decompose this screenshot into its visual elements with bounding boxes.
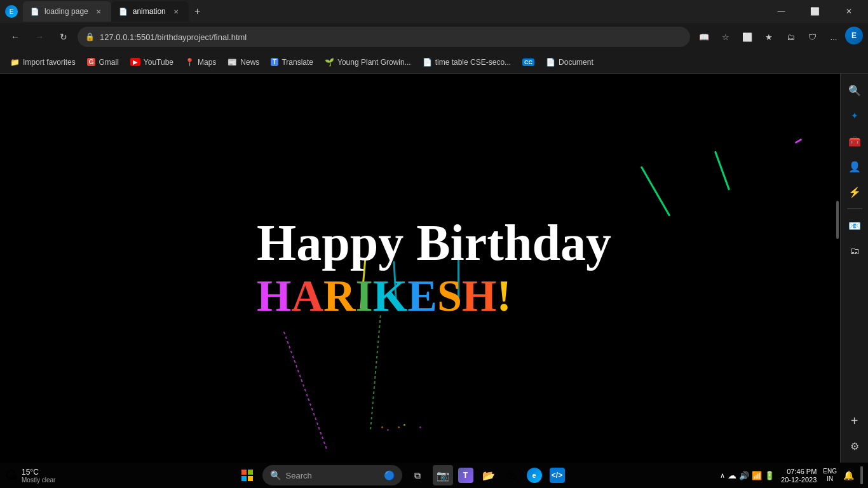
tab-label: animation bbox=[133, 7, 166, 16]
sidebar-search-icon[interactable]: 🔍 bbox=[843, 79, 866, 102]
weather-widget[interactable]: 🌤 15°C Mostly clear bbox=[5, 468, 55, 484]
tab-loading-page[interactable]: 📄 loading page ✕ bbox=[23, 1, 111, 22]
start-button[interactable] bbox=[234, 464, 260, 487]
svg-rect-1 bbox=[248, 470, 253, 475]
cloud-icon[interactable]: ☁ bbox=[728, 470, 736, 480]
taskbar-app-store[interactable]: 🛍 bbox=[501, 465, 522, 485]
taskbar-search-bar[interactable]: 🔍 Search 🔵 bbox=[262, 465, 402, 485]
sidebar-add-icon[interactable]: + bbox=[843, 409, 866, 432]
bookmark-cc[interactable]: CC bbox=[517, 53, 539, 71]
sidebar-extensions-icon[interactable]: ⚡ bbox=[843, 180, 866, 203]
taskbar-center: 🔍 Search 🔵 ⧉ 📷 T 📂 🛍 e </> bbox=[84, 464, 717, 487]
maximize-button[interactable]: ⬜ bbox=[801, 1, 829, 22]
title-bar: E 📄 loading page ✕ 📄 animation ✕ + — ⬜ ✕ bbox=[0, 0, 868, 23]
reader-view-button[interactable]: 📖 bbox=[694, 27, 714, 47]
name-letter-1: A bbox=[291, 271, 323, 322]
sidebar-accounts-icon[interactable]: 👤 bbox=[843, 155, 866, 178]
svg-rect-3 bbox=[248, 476, 253, 481]
search-decoration: 🔵 bbox=[384, 470, 395, 480]
close-button[interactable]: ✕ bbox=[834, 1, 863, 22]
refresh-button[interactable]: ↻ bbox=[53, 27, 74, 47]
name-letter-5: E bbox=[407, 271, 437, 322]
taskbar-app-edge[interactable]: e bbox=[524, 465, 545, 485]
time-display: 07:46 PM bbox=[787, 468, 817, 475]
notification-icon[interactable]: 🔔 bbox=[843, 470, 854, 480]
svg-rect-2 bbox=[241, 476, 247, 481]
clock-widget[interactable]: 07:46 PM 20-12-2023 bbox=[781, 468, 817, 484]
bookmark-icon: 🌱 bbox=[325, 58, 334, 67]
bookmark-maps[interactable]: 📍 Maps bbox=[180, 53, 221, 71]
profile-button[interactable]: E bbox=[845, 27, 863, 44]
network-icon[interactable]: 📶 bbox=[752, 471, 762, 480]
add-favorites-button[interactable]: ★ bbox=[759, 27, 779, 47]
favorites-button[interactable]: ☆ bbox=[715, 27, 736, 47]
sidebar-whiteboard-icon[interactable]: 🗂 bbox=[843, 240, 866, 262]
bookmark-young-plant[interactable]: 🌱 Young Plant Growin... bbox=[320, 53, 416, 71]
sidebar-copilot-icon[interactable]: ✦ bbox=[843, 104, 866, 127]
name-letter-6: S bbox=[437, 271, 462, 322]
minimize-button[interactable]: — bbox=[767, 1, 796, 22]
taskbar-left: 🌤 15°C Mostly clear bbox=[5, 468, 81, 484]
bookmark-icon: 📄 bbox=[546, 58, 555, 67]
split-view-button[interactable]: ⬜ bbox=[737, 27, 757, 47]
show-desktop-button[interactable] bbox=[860, 466, 863, 484]
task-view-button[interactable]: ⧉ bbox=[405, 464, 430, 487]
weather-desc: Mostly clear bbox=[22, 477, 55, 484]
bookmark-timetable[interactable]: 📄 time table CSE-seco... bbox=[417, 53, 516, 71]
taskbar-app-teams[interactable]: T bbox=[456, 465, 476, 485]
name-heading: HARIKESH! bbox=[257, 271, 611, 322]
tab-icon: 📄 bbox=[119, 8, 128, 16]
particle-4 bbox=[641, 166, 671, 216]
happy-birthday-heading: Happy Birthday bbox=[257, 215, 611, 271]
bookmark-label: Import favorites bbox=[23, 58, 76, 67]
tab-close-button[interactable]: ✕ bbox=[93, 6, 104, 17]
new-tab-button[interactable]: + bbox=[189, 3, 207, 20]
name-letter-3: I bbox=[356, 271, 373, 322]
scrollbar-thumb[interactable] bbox=[836, 201, 839, 239]
date-display: 20-12-2023 bbox=[781, 476, 817, 484]
toolbar-right: 📖 ☆ ⬜ ★ 🗂 🛡 ... E bbox=[694, 27, 863, 47]
taskbar-right: ∧ ☁ 🔊 📶 🔋 07:46 PM 20-12-2023 ENGIN 🔔 bbox=[720, 466, 863, 484]
more-options-button[interactable]: ... bbox=[824, 27, 844, 47]
bookmark-label: time table CSE-seco... bbox=[435, 58, 511, 67]
bookmark-youtube[interactable]: ▶ YouTube bbox=[125, 53, 179, 71]
bookmark-label: Document bbox=[559, 58, 593, 67]
sidebar-outlook-icon[interactable]: 📧 bbox=[843, 214, 866, 237]
search-placeholder: Search bbox=[286, 471, 312, 480]
name-letter-8: ! bbox=[496, 271, 511, 322]
bookmark-gmail[interactable]: G Gmail bbox=[82, 53, 124, 71]
tab-animation[interactable]: 📄 animation ✕ bbox=[111, 1, 189, 22]
taskbar-app-vscode[interactable]: </> bbox=[547, 465, 567, 485]
scrollbar[interactable] bbox=[835, 74, 840, 463]
sidebar-tools-icon[interactable]: 🧰 bbox=[843, 130, 866, 152]
name-letter-0: H bbox=[257, 271, 291, 322]
main-content: Happy Birthday HARIKESH! bbox=[0, 74, 868, 463]
bookmark-icon: 📁 bbox=[10, 58, 20, 67]
bookmark-import-favorites[interactable]: 📁 Import favorites bbox=[5, 53, 81, 71]
browser-essentials-button[interactable]: 🛡 bbox=[802, 27, 822, 47]
bookmark-label: Gmail bbox=[98, 58, 118, 67]
weather-temp: 15°C bbox=[22, 468, 55, 477]
bookmark-document[interactable]: 📄 Document bbox=[541, 53, 599, 71]
bookmark-translate[interactable]: T Translate bbox=[266, 53, 318, 71]
forward-button[interactable]: → bbox=[29, 27, 50, 47]
url-text: 127.0.0.1:5501/birthdayproject/final.htm… bbox=[100, 32, 247, 42]
volume-icon[interactable]: 🔊 bbox=[739, 471, 749, 480]
tray-up-icon[interactable]: ∧ bbox=[720, 471, 725, 480]
bookmark-icon: ▶ bbox=[130, 58, 140, 66]
url-bar[interactable]: 🔒 127.0.0.1:5501/birthdayproject/final.h… bbox=[78, 27, 690, 47]
bookmark-label: Young Plant Growin... bbox=[337, 58, 411, 67]
bookmark-news[interactable]: 📰 News bbox=[222, 53, 264, 71]
name-letter-2: R bbox=[323, 271, 356, 322]
browser-icon: E bbox=[5, 5, 18, 18]
sidebar-settings-icon[interactable]: ⚙ bbox=[843, 435, 866, 458]
back-button[interactable]: ← bbox=[5, 27, 25, 47]
taskbar-app-file-explorer[interactable]: 📂 bbox=[478, 465, 499, 485]
battery-icon[interactable]: 🔋 bbox=[764, 471, 775, 480]
bookmarks-bar: 📁 Import favorites G Gmail ▶ YouTube 📍 M… bbox=[0, 51, 868, 74]
taskbar-app-prtscn[interactable]: 📷 bbox=[433, 465, 453, 485]
tab-icon: 📄 bbox=[31, 8, 39, 16]
tab-close-button[interactable]: ✕ bbox=[171, 6, 181, 17]
bookmark-icon: 📰 bbox=[227, 58, 237, 67]
collections-button[interactable]: 🗂 bbox=[780, 27, 801, 47]
